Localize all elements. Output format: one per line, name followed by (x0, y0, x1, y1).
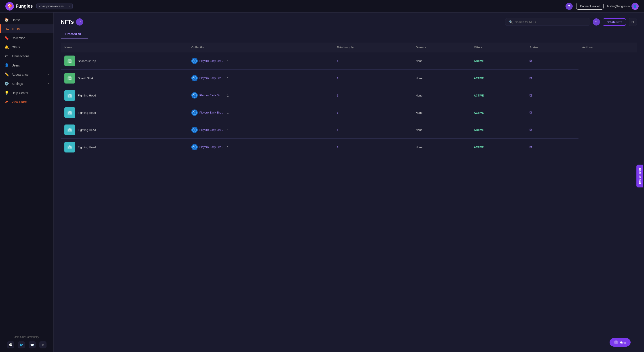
cell-status-4: ACTIVE (470, 121, 526, 139)
svg-rect-41 (69, 145, 71, 147)
external-link-icon-0[interactable]: ⧉ (530, 59, 532, 63)
svg-rect-16 (70, 95, 72, 97)
collection-name-0[interactable]: Playbux Early Bird ... (200, 59, 224, 63)
nft-thumbnail-5 (64, 142, 75, 152)
cell-name-5: Fighting Head (61, 139, 188, 156)
connect-wallet-button[interactable]: Connect Wallet (576, 3, 604, 10)
cell-collection-4: Playbux Early Bird ... 1 (188, 121, 333, 139)
table-header-row: Name Collection Total supply Owners Offe… (61, 43, 637, 52)
sidebar-item-offers[interactable]: 🔔 Offers (0, 43, 54, 52)
community-label: Join Our Community (4, 335, 49, 338)
logo-icon: 🍄 (5, 2, 14, 11)
create-nft-help-icon[interactable]: ? (593, 18, 600, 26)
sidebar-item-transactions[interactable]: 🗂 Transactions (0, 52, 54, 61)
col-name: Name (61, 43, 188, 52)
cell-owners-5: 1 (333, 139, 412, 156)
external-link-icon-2[interactable]: ⧉ (530, 93, 532, 97)
collection-name-5[interactable]: Playbux Early Bird ... (200, 145, 224, 149)
sidebar-item-label: Transactions (12, 54, 30, 58)
svg-rect-1 (68, 59, 71, 60)
total-supply-5: 1 (227, 145, 228, 149)
discord-link[interactable]: 💬 (7, 341, 14, 348)
topbar-right: ? Connect Wallet tester@fungies.io 👤 (566, 3, 639, 10)
cell-name-4: Fighting Head (61, 121, 188, 139)
main-content: NFTs ? 🔍 ? Create NFT ⚙ Created NFT (54, 13, 644, 352)
collection-icon-2 (192, 92, 198, 99)
store-name: champions-ascensi... (39, 5, 67, 8)
collection-name-3[interactable]: Playbux Early Bird ... (200, 111, 224, 114)
collection-name-4[interactable]: Playbux Early Bird ... (200, 128, 224, 131)
external-link-icon-3[interactable]: ⧉ (530, 111, 532, 114)
cell-offers-0: None (412, 52, 470, 70)
col-owners: Owners (412, 43, 470, 52)
create-nft-button[interactable]: Create NFT (603, 18, 626, 26)
store-selector[interactable]: champions-ascensi... ▾ (36, 3, 73, 10)
social-links: 💬 🐦 📨 in (4, 341, 49, 348)
nft-thumbnail-0 (64, 56, 75, 66)
sidebar-item-view-store[interactable]: 🛍 View Store (0, 97, 54, 106)
sidebar-item-nfts[interactable]: 🏷 NFTs (0, 24, 54, 33)
logo: 🍄 Fungies (5, 2, 33, 11)
sidebar-item-label: Appearance (12, 73, 28, 76)
cell-actions-1: ⧉ (526, 70, 578, 87)
col-offers: Offers (470, 43, 526, 52)
nfts-icon: 🏷 (5, 27, 10, 31)
nft-name-2: Fighting Head (78, 94, 96, 97)
topbar-help-icon[interactable]: ? (566, 3, 573, 10)
sidebar: 🏠 Home 🏷 NFTs 🔖 Collection 🔔 Offers 🗂 Tr… (0, 13, 54, 352)
table-body: Spacesuit Top Playbux Early Bird ... 1 (61, 52, 637, 156)
search-input[interactable] (515, 20, 586, 24)
total-supply-2: 1 (227, 94, 228, 97)
sidebar-item-label: Users (12, 64, 20, 67)
sidebar-item-appearance[interactable]: ✏️ Appearance ▾ (0, 70, 54, 79)
cell-name-0: Spacesuit Top (61, 52, 188, 70)
cell-collection-5: Playbux Early Bird ... 1 (188, 139, 333, 156)
sidebar-item-help-center[interactable]: 💡 Help Center (0, 88, 54, 97)
header-right: 🔍 ? Create NFT ⚙ (505, 18, 637, 26)
help-button-icon: ? (614, 340, 618, 344)
help-icon: 💡 (4, 91, 9, 95)
help-button[interactable]: ? Help (610, 338, 630, 347)
total-supply-3: 1 (227, 111, 228, 114)
collection-icon-4 (192, 127, 198, 133)
linkedin-link[interactable]: in (39, 341, 46, 348)
cell-owners-4: 1 (333, 121, 412, 139)
page-title: NFTs (61, 19, 74, 25)
svg-rect-39 (68, 147, 69, 148)
nft-table: Name Collection Total supply Owners Offe… (61, 43, 637, 156)
chevron-down-icon: ▾ (48, 73, 49, 76)
sidebar-item-label: View Store (12, 100, 26, 104)
table-row: Fighting Head Playbux Early Bird ... 1 (61, 121, 637, 139)
external-link-icon-5[interactable]: ⧉ (530, 145, 532, 149)
settings-button[interactable]: ⚙ (629, 18, 637, 26)
page-help-icon[interactable]: ? (76, 18, 83, 26)
cell-name-3: Fighting Head (61, 104, 188, 121)
telegram-link[interactable]: 📨 (28, 341, 36, 348)
tab-created-nft[interactable]: Created NFT (61, 30, 88, 39)
page-title-area: NFTs ? (61, 18, 83, 26)
logo-text: Fungies (16, 4, 33, 9)
report-bug-button[interactable]: Report Bug (636, 164, 643, 188)
cell-collection-0: Playbux Early Bird ... 1 (188, 52, 333, 70)
twitter-link[interactable]: 🐦 (18, 341, 25, 348)
svg-rect-25 (69, 111, 71, 113)
col-total-supply: Total supply (333, 43, 412, 52)
cell-owners-1: 1 (333, 70, 412, 87)
cell-actions-2: ⧉ (526, 87, 578, 104)
sidebar-item-users[interactable]: 👤 Users (0, 61, 54, 70)
topbar-left: 🍄 Fungies champions-ascensi... ▾ (5, 2, 73, 11)
external-link-icon-1[interactable]: ⧉ (530, 76, 532, 80)
sidebar-item-settings[interactable]: ⚙️ Settings ▾ (0, 79, 54, 88)
svg-rect-40 (70, 147, 72, 148)
sidebar-item-collection[interactable]: 🔖 Collection (0, 33, 54, 43)
nft-thumbnail-1 (64, 73, 75, 84)
sidebar-item-label: Home (12, 18, 20, 22)
collection-name-1[interactable]: Playbux Early Bird ... (200, 77, 224, 80)
offers-icon: 🔔 (4, 45, 9, 49)
table-row: Fighting Head Playbux Early Bird ... 1 (61, 139, 637, 156)
cell-name-1: Sheriff Shirt (61, 70, 188, 87)
cell-name-2: Fighting Head (61, 87, 188, 104)
external-link-icon-4[interactable]: ⧉ (530, 128, 532, 132)
sidebar-item-home[interactable]: 🏠 Home (0, 15, 54, 24)
collection-name-2[interactable]: Playbux Early Bird ... (200, 94, 224, 97)
